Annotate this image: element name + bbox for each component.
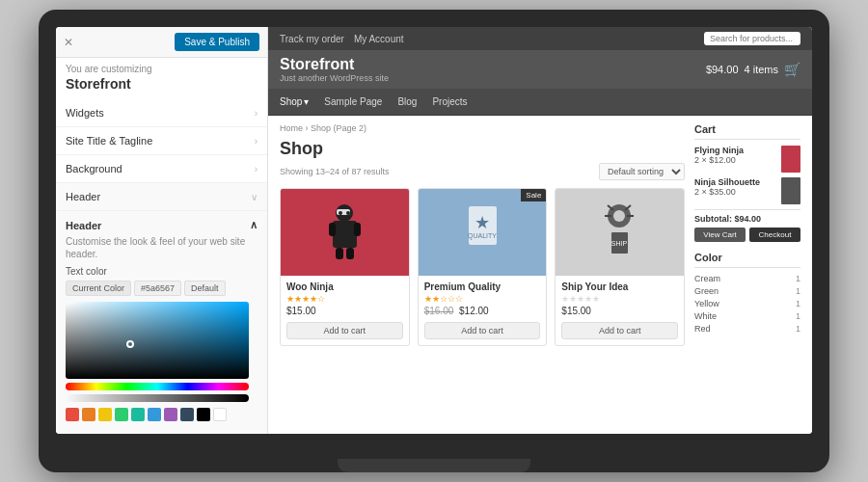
add-to-cart-btn-1[interactable]: Add to cart xyxy=(286,322,403,339)
cart-item-name-2: Ninja Silhouette xyxy=(694,177,778,187)
results-count: Showing 13–24 of 87 results xyxy=(280,167,390,176)
my-account-link[interactable]: My Account xyxy=(354,34,404,44)
site-title-label: Site Title & Tagline xyxy=(66,135,152,147)
cart-item-row-2: Ninja Silhouette 2 × $35.00 xyxy=(694,177,800,204)
save-publish-button[interactable]: Save & Publish xyxy=(175,33,259,51)
product-info-1: Woo Ninja ★★★★☆ $15.00 Add to cart xyxy=(281,276,409,345)
nav-item-shop[interactable]: Shop ▾ xyxy=(280,91,309,113)
preset-yellow[interactable] xyxy=(98,408,112,421)
woo-cart-sidebar: Cart Flying Ninja 2 × $12.00 Ninja Silho… xyxy=(694,123,800,426)
shop-meta-row: Showing 13–24 of 87 results Default sort… xyxy=(280,163,685,180)
background-label: Background xyxy=(66,163,122,174)
store-title: Storefront xyxy=(280,56,389,73)
current-color-btn[interactable]: Current Color xyxy=(66,281,131,296)
breadcrumb-home[interactable]: Home xyxy=(280,123,303,133)
top-bar-left: Track my order My Account xyxy=(280,34,404,44)
sidebar-item-widgets[interactable]: Widgets › xyxy=(56,99,267,127)
old-price-2: $16.00 xyxy=(424,306,454,316)
color-filter-item-green[interactable]: Green 1 xyxy=(694,286,800,296)
products-grid: Woo Ninja ★★★★☆ $15.00 Add to cart Sale xyxy=(280,188,685,346)
preset-dark[interactable] xyxy=(180,408,194,421)
svg-text:SHIP: SHIP xyxy=(611,240,628,247)
sidebar-item-site-title[interactable]: Site Title & Tagline › xyxy=(56,127,267,155)
preset-blue[interactable] xyxy=(148,408,161,421)
preset-teal[interactable] xyxy=(131,408,145,421)
laptop-screen: ✕ Save & Publish You are customizing Sto… xyxy=(56,27,812,434)
product-name-2: Premium Quality xyxy=(424,281,541,292)
search-input[interactable] xyxy=(704,32,800,45)
color-filter-item-red[interactable]: Red 1 xyxy=(694,324,800,334)
preset-green[interactable] xyxy=(115,408,128,421)
color-swatches-row: Current Color #5a6567 Default xyxy=(66,281,258,296)
cart-item-name-1: Flying Ninja xyxy=(694,146,778,155)
woo-header: Storefront Just another WordPress site $… xyxy=(268,50,812,89)
color-presets xyxy=(66,408,258,421)
product-info-3: Ship Your Idea ★★★★★ $15.00 Add to cart xyxy=(556,276,684,345)
cart-sidebar-title: Cart xyxy=(694,123,800,140)
product-stars-1: ★★★★☆ xyxy=(286,294,403,304)
chevron-right-icon: › xyxy=(255,136,258,147)
customizer-header: ✕ Save & Publish xyxy=(56,27,267,58)
sort-dropdown[interactable]: Default sorting xyxy=(599,163,685,180)
svg-rect-8 xyxy=(346,248,354,259)
color-picker-dot xyxy=(126,340,134,348)
checkout-btn[interactable]: Checkout xyxy=(749,228,800,242)
cart-item-info-1: Flying Ninja 2 × $12.00 xyxy=(694,146,778,165)
close-icon[interactable]: ✕ xyxy=(64,36,73,49)
woo-nav: Shop ▾ Sample Page Blog Projects xyxy=(268,89,812,116)
woo-top-bar: Track my order My Account xyxy=(268,27,812,50)
svg-rect-5 xyxy=(329,223,336,236)
premium-quality-illustration: ★ QUALITY xyxy=(461,201,504,264)
sidebar-item-header[interactable]: Header ∨ xyxy=(56,183,267,211)
product-info-2: Premium Quality ★★☆☆☆ $16.00 $12.00 Add … xyxy=(419,276,547,345)
customizer-sidebar: ✕ Save & Publish You are customizing Sto… xyxy=(56,27,268,434)
color-filter-item-cream[interactable]: Cream 1 xyxy=(694,274,800,283)
hex-color-btn[interactable]: #5a6567 xyxy=(134,281,181,296)
nav-item-projects[interactable]: Projects xyxy=(432,91,467,113)
woo-content: Home › Shop (Page 2) Shop Showing 13–24 … xyxy=(268,116,812,434)
cart-amount: $94.00 xyxy=(706,64,739,75)
cart-item-thumb-2 xyxy=(781,177,800,204)
preset-orange[interactable] xyxy=(82,408,95,421)
nav-item-blog[interactable]: Blog xyxy=(397,91,417,113)
preset-red[interactable] xyxy=(66,408,79,421)
hue-bar[interactable] xyxy=(66,383,249,390)
product-name-1: Woo Ninja xyxy=(286,281,403,292)
store-branding: Storefront Just another WordPress site xyxy=(280,56,389,83)
shop-title: Shop xyxy=(280,139,685,159)
view-cart-btn[interactable]: View Cart xyxy=(694,228,746,242)
cart-item-info-2: Ninja Silhouette 2 × $35.00 xyxy=(694,177,778,197)
color-filter-item-yellow[interactable]: Yellow 1 xyxy=(694,299,800,308)
default-color-btn[interactable]: Default xyxy=(184,281,226,296)
svg-text:QUALITY: QUALITY xyxy=(468,232,497,240)
alpha-bar[interactable] xyxy=(66,394,249,402)
nav-item-sample-page[interactable]: Sample Page xyxy=(324,91,382,113)
header-section: Header ∧ Customise the look & feel of yo… xyxy=(56,211,267,434)
sidebar-item-background[interactable]: Background › xyxy=(56,155,267,183)
cart-item-thumb-1 xyxy=(781,146,800,173)
preset-white[interactable] xyxy=(213,408,227,421)
product-image-3: SHIP xyxy=(556,189,684,276)
shop-nav-arrow-icon: ▾ xyxy=(304,96,309,107)
svg-point-13 xyxy=(613,210,625,222)
header-label: Header xyxy=(66,191,100,202)
color-picker-area[interactable] xyxy=(66,302,249,379)
add-to-cart-btn-3[interactable]: Add to cart xyxy=(561,322,678,339)
product-image-2: Sale ★ QUALITY xyxy=(419,189,547,276)
product-card-ship-idea: SHIP Ship Your Idea ★★★★★ $15.00 Add to … xyxy=(555,188,685,346)
cart-total[interactable]: $94.00 4 items 🛒 xyxy=(706,62,800,77)
collapse-chevron-icon: ∧ xyxy=(250,219,258,231)
cart-buttons: View Cart Checkout xyxy=(694,228,800,242)
product-stars-2: ★★☆☆☆ xyxy=(424,294,541,304)
header-description: Customise the look & feel of your web si… xyxy=(66,235,258,260)
color-filter-title: Color xyxy=(694,252,800,268)
svg-rect-7 xyxy=(336,248,343,259)
track-order-link[interactable]: Track my order xyxy=(280,34,344,44)
product-price-1: $15.00 xyxy=(286,306,403,316)
preset-purple[interactable] xyxy=(164,408,177,421)
breadcrumb-current: Shop (Page 2) xyxy=(311,123,366,133)
add-to-cart-btn-2[interactable]: Add to cart xyxy=(424,322,541,339)
color-filter-item-white[interactable]: White 1 xyxy=(694,311,800,321)
preset-black[interactable] xyxy=(197,408,210,421)
cart-subtotal: Subtotal: $94.00 xyxy=(694,209,800,224)
